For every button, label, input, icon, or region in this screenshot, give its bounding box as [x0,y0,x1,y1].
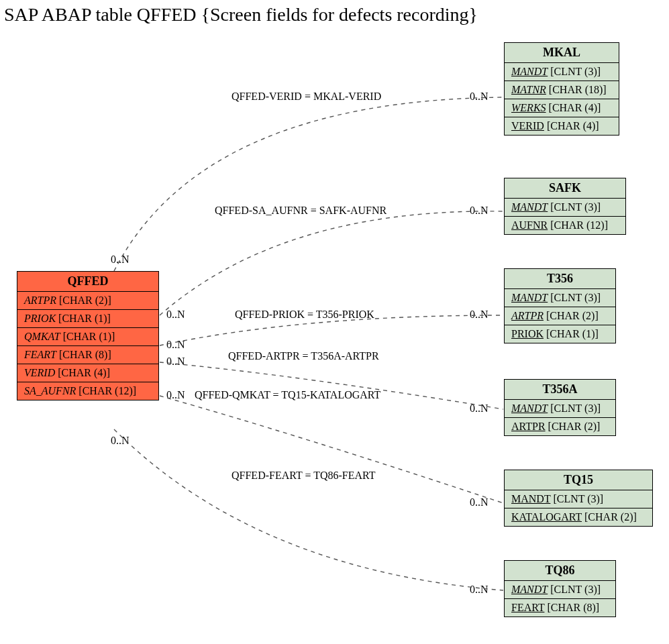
table-row: WERKS [CHAR (4)] [505,99,619,117]
table-t356: T356 MANDT [CLNT (3)]ARTPR [CHAR (2)]PRI… [504,268,616,343]
table-row: VERID [CHAR (4)] [505,117,619,135]
table-row: ARTPR [CHAR (2)] [505,307,615,325]
cardinality: 0..N [470,402,488,415]
table-row: MANDT [CLNT (3)] [505,400,615,418]
cardinality: 0..N [470,496,488,508]
relation-label: QFFED-VERID = MKAL-VERID [231,91,381,103]
table-tq86: TQ86 MANDT [CLNT (3)]FEART [CHAR (8)] [504,560,616,617]
table-qffed: QFFED ARTPR [CHAR (2)]PRIOK [CHAR (1)]QM… [17,271,159,400]
table-row: QMKAT [CHAR (1)] [17,328,158,346]
table-row: KATALOGART [CHAR (2)] [505,508,652,526]
table-header: MKAL [505,43,619,63]
table-safk: SAFK MANDT [CLNT (3)]AUFNR [CHAR (12)] [504,178,626,235]
page-title: SAP ABAP table QFFED {Screen fields for … [4,4,478,25]
relation-label: QFFED-SA_AUFNR = SAFK-AUFNR [215,205,387,217]
cardinality: 0..N [470,91,488,103]
table-row: MATNR [CHAR (18)] [505,81,619,99]
table-header: QFFED [17,272,158,292]
table-header: SAFK [505,178,625,199]
table-header: T356 [505,269,615,289]
table-header: T356A [505,380,615,400]
cardinality: 0..N [111,435,130,447]
cardinality: 0..N [470,205,488,217]
relation-label: QFFED-PRIOK = T356-PRIOK [235,309,374,321]
table-row: MANDT [CLNT (3)] [505,63,619,81]
table-row: PRIOK [CHAR (1)] [17,310,158,328]
table-header: TQ15 [505,470,652,490]
cardinality: 0..N [111,254,130,266]
cardinality: 0..N [166,339,185,351]
relation-label: QFFED-QMKAT = TQ15-KATALOGART [195,389,380,401]
table-row: MANDT [CLNT (3)] [505,289,615,307]
cardinality: 0..N [166,309,185,321]
table-row: FEART [CHAR (8)] [17,346,158,364]
table-row: ARTPR [CHAR (2)] [17,292,158,310]
table-header: TQ86 [505,561,615,581]
cardinality: 0..N [166,356,185,368]
table-row: MANDT [CLNT (3)] [505,490,652,508]
table-row: VERID [CHAR (4)] [17,364,158,382]
table-row: FEART [CHAR (8)] [505,599,615,616]
table-row: SA_AUFNR [CHAR (12)] [17,382,158,400]
cardinality: 0..N [470,309,488,321]
cardinality: 0..N [470,584,488,596]
table-tq15: TQ15 MANDT [CLNT (3)]KATALOGART [CHAR (2… [504,470,653,527]
table-row: PRIOK [CHAR (1)] [505,325,615,343]
table-row: MANDT [CLNT (3)] [505,199,625,217]
table-mkal: MKAL MANDT [CLNT (3)]MATNR [CHAR (18)]WE… [504,42,619,136]
relation-label: QFFED-ARTPR = T356A-ARTPR [228,350,379,362]
table-row: MANDT [CLNT (3)] [505,581,615,599]
table-row: AUFNR [CHAR (12)] [505,217,625,234]
table-t356a: T356A MANDT [CLNT (3)]ARTPR [CHAR (2)] [504,379,616,436]
table-row: ARTPR [CHAR (2)] [505,418,615,435]
relation-label: QFFED-FEART = TQ86-FEART [231,470,376,482]
cardinality: 0..N [166,389,185,401]
